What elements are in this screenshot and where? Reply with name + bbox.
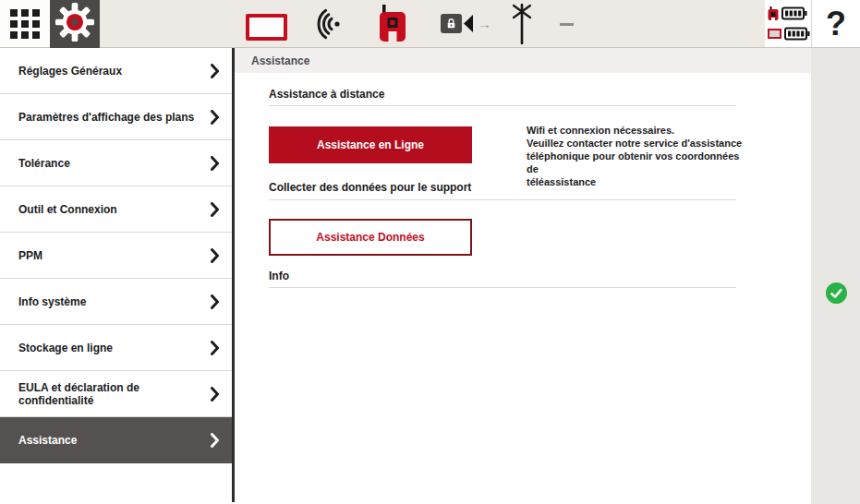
sidebar-item-tolerance[interactable]: Tolérance: [0, 140, 232, 186]
sidebar-item-outil-connexion[interactable]: Outil et Connexion: [0, 186, 232, 233]
mini-display-rect-icon: [768, 29, 781, 39]
lock-icon: [441, 14, 462, 33]
speaker-cone-icon: [464, 14, 474, 33]
confirm-button[interactable]: [826, 282, 847, 304]
section-divider: [269, 105, 736, 106]
status-dash: [560, 23, 574, 26]
sidebar-item-label: PPM: [18, 249, 42, 262]
sidebar-item-label: Stockage en ligne: [18, 342, 113, 354]
signal-icon[interactable]: [309, 6, 345, 42]
chevron-right-icon: [211, 341, 220, 355]
top-toolbar: →: [0, 0, 860, 48]
sidebar-item-parametres-affichage[interactable]: Paramètres d'affichage des plans: [0, 94, 232, 140]
sidebar-item-label: Assistance: [18, 434, 77, 447]
device-battery-row: [768, 6, 811, 21]
sidebar-item-label: Info système: [18, 295, 86, 308]
section-title-collect: Collecter des données pour le support: [269, 181, 471, 194]
laser-device-icon[interactable]: [377, 5, 408, 43]
display-rect-icon[interactable]: [246, 14, 287, 41]
gear-icon: [55, 2, 95, 46]
sidebar-item-label: Tolérance: [18, 157, 70, 170]
sidebar-item-label: EULA et déclaration de confidentialité: [18, 381, 211, 407]
chevron-right-icon: [211, 387, 220, 402]
content-header: Assistance: [235, 48, 811, 73]
sidebar-item-assistance[interactable]: Assistance: [0, 417, 232, 463]
page-title: Assistance: [251, 54, 309, 67]
antenna-pole-icon[interactable]: [509, 4, 535, 44]
settings-button[interactable]: [50, 0, 100, 48]
online-assistance-button[interactable]: Assistance en Ligne: [269, 126, 472, 163]
question-mark-icon: ?: [826, 5, 846, 43]
chevron-right-icon: [211, 433, 220, 448]
battery-full-icon: [781, 6, 807, 20]
check-icon: [829, 285, 844, 301]
chevron-right-icon: [211, 294, 220, 309]
section-divider: [269, 199, 736, 200]
sidebar-item-eula[interactable]: EULA et déclaration de confidentialité: [0, 371, 232, 417]
battery-full-icon: [784, 27, 810, 41]
right-action-strip: [811, 48, 860, 504]
mini-device-icon: [768, 6, 779, 21]
chevron-right-icon: [211, 248, 220, 263]
chevron-right-icon: [211, 156, 220, 171]
apps-button[interactable]: [0, 0, 50, 47]
sidebar-item-reglages-generaux[interactable]: Réglages Généraux: [0, 48, 232, 94]
sidebar-item-stockage-en-ligne[interactable]: Stockage en ligne: [0, 325, 232, 371]
sidebar-item-ppm[interactable]: PPM: [0, 233, 232, 279]
assistance-panel: Assistance Assistance à distance Assista…: [235, 48, 811, 504]
apps-grid-icon: [10, 9, 40, 39]
section-title-info: Info: [269, 270, 289, 282]
help-button[interactable]: ?: [811, 0, 860, 47]
chevron-right-icon: [211, 110, 220, 125]
arrow-right-icon: →: [478, 17, 491, 30]
data-assistance-button[interactable]: Assistance Données: [269, 219, 472, 256]
remote-battery-row: [768, 26, 811, 42]
battery-status-panel: [765, 0, 811, 47]
sidebar-item-label: Outil et Connexion: [18, 203, 117, 216]
chevron-right-icon: [211, 64, 220, 78]
sidebar-item-info-systeme[interactable]: Info système: [0, 279, 232, 325]
settings-sidebar: Réglages Généraux Paramètres d'affichage…: [0, 48, 232, 463]
remote-assistance-note: Wifi et connexion nécessaires. Veuillez …: [527, 124, 748, 188]
sidebar-item-label: Réglages Généraux: [18, 65, 122, 78]
lock-transfer-icon[interactable]: →: [441, 14, 491, 33]
chevron-right-icon: [211, 202, 220, 217]
sidebar-item-label: Paramètres d'affichage des plans: [18, 111, 194, 124]
section-divider: [269, 287, 736, 288]
section-title-remote: Assistance à distance: [269, 88, 384, 101]
